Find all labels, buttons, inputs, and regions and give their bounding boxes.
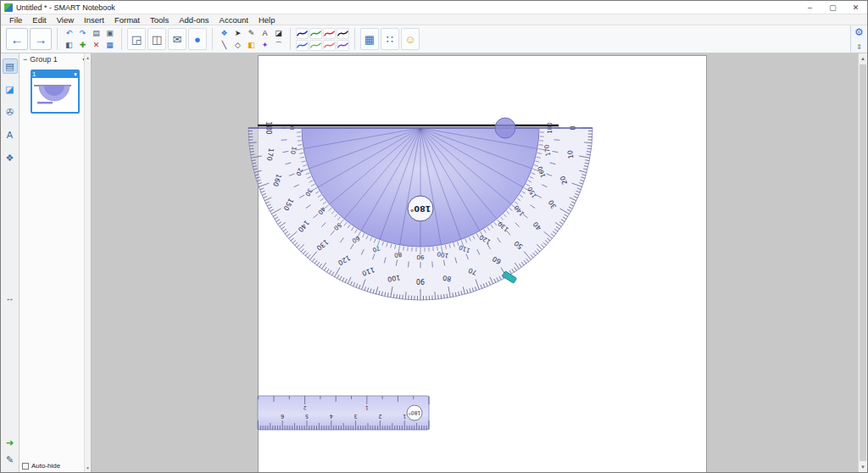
- pen-preset-purple-button[interactable]: [337, 40, 349, 51]
- svg-text:10: 10: [566, 149, 576, 159]
- close-button[interactable]: ✕: [844, 1, 867, 14]
- svg-text:1: 1: [403, 413, 406, 420]
- clone-page-button[interactable]: ▣: [103, 28, 116, 39]
- lines-button[interactable]: ╲: [218, 40, 231, 51]
- menu-insert[interactable]: Insert: [79, 15, 109, 25]
- grid-button[interactable]: ▦: [360, 28, 379, 50]
- pen-preset-green-button[interactable]: [309, 28, 322, 39]
- titlebar: Untitled * - SMART Notebook – ▢ ✕: [1, 1, 867, 14]
- menu-help[interactable]: Help: [253, 15, 281, 25]
- app-body: ▤◪✇A❖ ↔ ➔✎ − Group 1 ▼ 1 ▼: [1, 53, 867, 472]
- svg-text:4: 4: [330, 413, 333, 420]
- menu-add-ons[interactable]: Add-ons: [174, 15, 214, 25]
- previous-page-button[interactable]: ←: [6, 28, 28, 50]
- pen-button[interactable]: ✎: [245, 28, 258, 39]
- panel-resize-icon[interactable]: ↔: [1, 293, 19, 303]
- more-tools-button[interactable]: ∷: [381, 28, 399, 50]
- group-collapse-icon[interactable]: −: [23, 55, 27, 64]
- page-thumbnail-preview: [32, 78, 78, 112]
- toolbar: ←→↶↷▤▣◧✚✕▦◲◫✉●❖➤✎A◪╲◇◧✦⌒▦∷☺ ⚙ ⇕: [1, 25, 867, 53]
- svg-text:180°: 180°: [409, 410, 420, 416]
- minimize-button[interactable]: –: [798, 1, 821, 14]
- svg-text:180°: 180°: [410, 204, 431, 214]
- paste-button[interactable]: ▤: [90, 28, 103, 39]
- scroll-up-icon[interactable]: ▲: [859, 56, 867, 61]
- settings-gear-icon[interactable]: ⚙: [854, 27, 864, 37]
- canvas-area[interactable]: 0010102020303040405050606070708080909010…: [92, 53, 867, 472]
- check-activity-button[interactable]: ✉: [168, 28, 186, 50]
- sorter-scrollbar[interactable]: ▲ ▼: [84, 53, 91, 472]
- page-sorter-panel: − Group 1 ▼ 1 ▼ ▲: [19, 53, 92, 472]
- toolbar-expand-icon[interactable]: ⇕: [856, 43, 862, 51]
- app-icon: [4, 3, 13, 12]
- svg-text:2: 2: [303, 405, 307, 411]
- strip-bottom-icons: ➔✎: [1, 437, 19, 465]
- document-camera-button[interactable]: ◫: [147, 28, 166, 50]
- text-button[interactable]: A: [259, 28, 271, 39]
- protractor[interactable]: 0010102020303040405050606070708080909010…: [248, 118, 593, 300]
- save-button[interactable]: ◧: [63, 40, 75, 51]
- auto-hide-label: Auto-hide: [31, 462, 60, 470]
- sorter-scroll-up-icon[interactable]: ▲: [85, 55, 91, 60]
- sorter-scroll-down-icon[interactable]: ▼: [85, 465, 91, 470]
- scroll-down-icon[interactable]: ▼: [859, 465, 867, 470]
- fill-button[interactable]: ◧: [245, 40, 258, 51]
- eraser-button[interactable]: ◪: [272, 28, 285, 39]
- group-header[interactable]: − Group 1 ▼: [19, 53, 91, 65]
- magic-pen-button[interactable]: ✦: [259, 40, 271, 51]
- auto-hide-checkbox[interactable]: [22, 463, 29, 470]
- menu-account[interactable]: Account: [214, 15, 253, 25]
- sidebar-tab-add-ons[interactable]: ❖: [3, 150, 18, 165]
- menubar: FileEditViewInsertFormatToolsAdd-onsAcco…: [1, 14, 867, 25]
- undo-button[interactable]: ↶: [63, 28, 75, 39]
- scrollbar-thumb[interactable]: [860, 64, 866, 461]
- next-page-button[interactable]: →: [30, 28, 52, 50]
- vertical-scrollbar[interactable]: ▲ ▼: [858, 53, 867, 472]
- toolbar-main: ←→↶↷▤▣◧✚✕▦◲◫✉●❖➤✎A◪╲◇◧✦⌒▦∷☺: [6, 28, 420, 51]
- delete-button[interactable]: ✕: [90, 40, 103, 51]
- sidebar-tabs: ▤◪✇A❖: [3, 58, 18, 165]
- sidebar-tab-properties[interactable]: A: [3, 127, 18, 142]
- menu-file[interactable]: File: [4, 15, 27, 25]
- sidebar-tab-attachments[interactable]: ✇: [3, 104, 18, 120]
- toolbar-separator: [212, 28, 213, 50]
- toolbar-separator: [354, 28, 355, 50]
- page-thumbnail[interactable]: 1 ▼: [31, 70, 80, 114]
- pen-small-icon[interactable]: ✎: [6, 454, 14, 465]
- measure-tools-button[interactable]: ⌒: [272, 40, 285, 51]
- next-arrow-icon[interactable]: ➔: [6, 437, 14, 448]
- maximize-button[interactable]: ▢: [821, 1, 844, 14]
- page-dropdown-icon[interactable]: ▼: [73, 72, 78, 77]
- smart-notebook-window: Untitled * - SMART Notebook – ▢ ✕ FileEd…: [0, 0, 868, 473]
- activity-builder-button[interactable]: ☺: [401, 28, 420, 50]
- ruler[interactable]: 12345612180°: [258, 396, 429, 430]
- pen-preset-lime-button[interactable]: [309, 40, 322, 51]
- screen-shade-button[interactable]: ◲: [127, 28, 146, 50]
- toolbar-separator: [57, 28, 58, 50]
- menu-view[interactable]: View: [52, 15, 79, 25]
- pen-preset-lightblue-button[interactable]: [296, 40, 309, 51]
- sidebar-tab-strip: ▤◪✇A❖ ↔ ➔✎: [1, 53, 19, 472]
- pan-button[interactable]: ❖: [218, 28, 231, 39]
- menu-tools[interactable]: Tools: [145, 15, 174, 25]
- pen-preset-pink-button[interactable]: [323, 40, 336, 51]
- select-button[interactable]: ➤: [231, 28, 244, 39]
- window-controls: – ▢ ✕: [798, 1, 867, 14]
- smart-ink-button[interactable]: ●: [188, 28, 207, 50]
- auto-hide-option[interactable]: Auto-hide: [22, 462, 60, 470]
- redo-button[interactable]: ↷: [76, 28, 89, 39]
- table-button[interactable]: ▦: [103, 40, 116, 51]
- menu-format[interactable]: Format: [109, 15, 145, 25]
- svg-text:90: 90: [416, 277, 425, 285]
- svg-text:5: 5: [305, 413, 309, 420]
- menu-edit[interactable]: Edit: [27, 15, 51, 25]
- sidebar-tab-page-sorter[interactable]: ▤: [3, 58, 18, 74]
- pen-preset-red-button[interactable]: [323, 28, 336, 39]
- shapes-button[interactable]: ◇: [231, 40, 244, 51]
- pen-preset-blue-button[interactable]: [296, 28, 309, 39]
- add-page-button[interactable]: ✚: [76, 40, 89, 51]
- pen-preset-black-button[interactable]: [337, 28, 349, 39]
- sidebar-tab-gallery[interactable]: ◪: [3, 81, 18, 97]
- protractor-knob[interactable]: [495, 118, 515, 138]
- page-content-layer: 0010102020303040405050606070708080909010…: [92, 53, 867, 472]
